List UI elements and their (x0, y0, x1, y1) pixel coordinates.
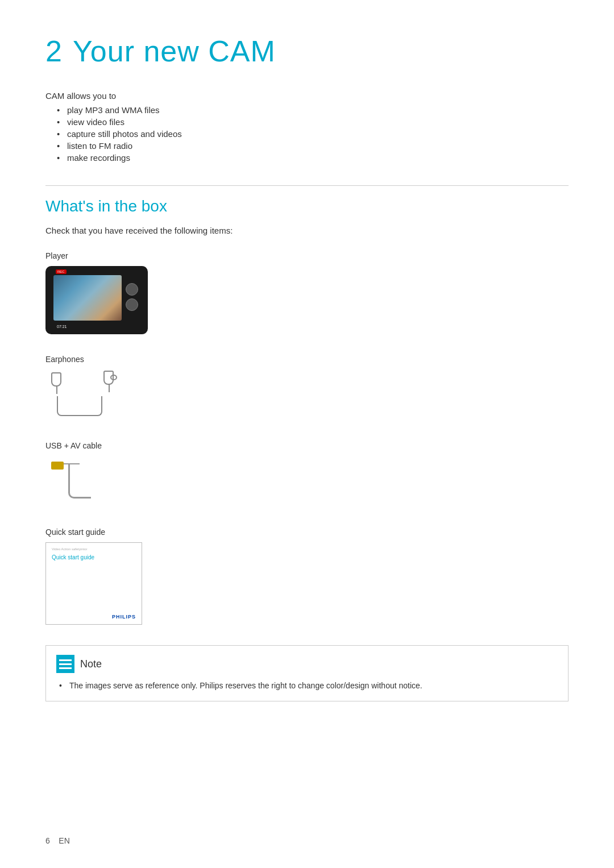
feature-item: make recordings (57, 153, 569, 163)
guide-top-text: Video Action safetyintor (52, 547, 136, 551)
usb-plug (51, 462, 64, 470)
guide-brand: PHILIPS (112, 614, 136, 620)
cable-body (68, 464, 91, 499)
note-icon-line-3 (59, 667, 72, 669)
item-player: Player REC 07:21 (45, 251, 569, 334)
section-title: What's in the box (45, 197, 569, 215)
earphone-right (103, 371, 114, 385)
note-icon-line-2 (59, 663, 72, 665)
item-earphones: Earphones (45, 355, 569, 421)
earphone-cable (57, 396, 102, 416)
item-usb-label: USB + AV cable (45, 441, 569, 450)
feature-item: play MP3 and WMA files (57, 105, 569, 115)
player-time: 07:21 (57, 325, 67, 329)
note-list: The images serve as reference only. Phil… (59, 680, 558, 692)
earphones-image (45, 369, 125, 421)
note-icon (56, 655, 74, 673)
note-box: Note The images serve as reference only.… (45, 645, 569, 701)
feature-item: view video files (57, 117, 569, 127)
player-btn-2 (126, 298, 138, 311)
feature-item: listen to FM radio (57, 141, 569, 151)
item-earphones-label: Earphones (45, 355, 569, 364)
player-screen (53, 275, 122, 321)
chapter-title: 2Your new CAM (45, 34, 569, 68)
usb-cable-image (45, 456, 97, 507)
note-icon-line-1 (59, 659, 72, 661)
item-guide-label: Quick start guide (45, 528, 569, 537)
intro-lead: CAM allows you to (45, 91, 569, 101)
feature-item: capture still photos and videos (57, 129, 569, 139)
section-intro: Check that you have received the followi… (45, 226, 569, 235)
item-quick-guide: Quick start guide Video Action safetyint… (45, 528, 569, 625)
player-btn-1 (126, 283, 138, 296)
guide-booklet-image: Video Action safetyintor Quick start gui… (45, 542, 142, 625)
note-item: The images serve as reference only. Phil… (59, 680, 558, 692)
player-rec-badge: REC (56, 269, 67, 274)
note-header: Note (56, 655, 558, 673)
note-title: Note (80, 658, 102, 670)
section-divider (45, 185, 569, 186)
page-number: 6 EN (45, 836, 70, 845)
player-image: REC 07:21 (45, 266, 148, 334)
chapter-number: 2 (45, 35, 63, 68)
guide-title-text: Quick start guide (52, 554, 136, 560)
player-buttons (124, 283, 140, 314)
item-player-label: Player (45, 251, 569, 260)
item-usb-cable: USB + AV cable (45, 441, 569, 507)
feature-list: play MP3 and WMA files view video files … (57, 105, 569, 163)
earphone-left (51, 372, 61, 387)
